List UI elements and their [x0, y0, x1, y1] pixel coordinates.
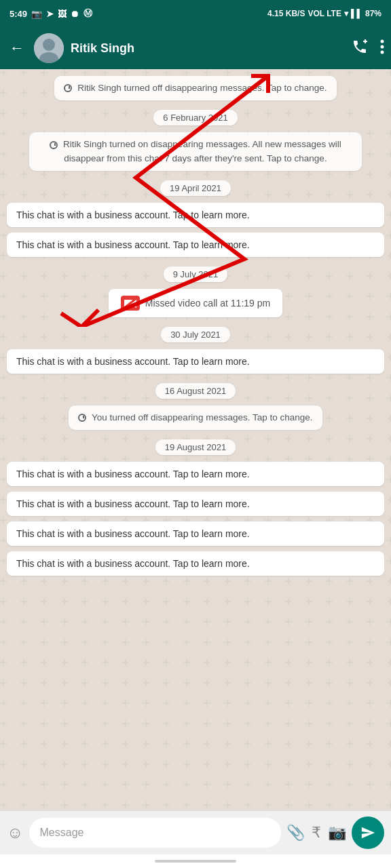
- business-message-text: This chat is with a business account. Ta…: [16, 558, 250, 569]
- bottom-bar: [0, 854, 391, 868]
- wifi-icon: ▾: [344, 9, 348, 18]
- system-message[interactable]: Ritik Singh turned on disappearing messa…: [29, 132, 361, 171]
- svg-point-5: [381, 50, 384, 54]
- status-time: 5:49: [10, 9, 27, 19]
- missed-call-message[interactable]: Missed video call at 11:19 pm: [109, 289, 282, 317]
- disappear-icon: [64, 84, 72, 92]
- date-separator: 19 August 2021: [155, 439, 236, 455]
- bottom-handle: [155, 860, 236, 863]
- chat-header: ← Ritik Singh: [0, 27, 391, 69]
- disappear-icon: [78, 414, 86, 422]
- business-message[interactable]: This chat is with a business account. Ta…: [7, 203, 384, 227]
- business-message[interactable]: This chat is with a business account. Ta…: [7, 521, 384, 546]
- business-message-text: This chat is with a business account. Ta…: [16, 498, 250, 509]
- contact-name: Ritik Singh: [71, 41, 345, 56]
- date-separator: 16 August 2021: [155, 383, 236, 399]
- system-message-text: Ritik Singh turned on disappearing messa…: [63, 139, 341, 163]
- missed-call-icon: [121, 296, 140, 311]
- date-text: 16 August 2021: [165, 386, 226, 396]
- date-text: 9 July 2021: [173, 269, 219, 279]
- business-message-text: This chat is with a business account. Ta…: [16, 356, 250, 367]
- business-message[interactable]: This chat is with a business account. Ta…: [7, 462, 384, 486]
- date-separator: 30 July 2021: [161, 327, 230, 342]
- svg-point-3: [381, 39, 384, 43]
- system-message-text: You turned off disappearing messages. Ta…: [92, 412, 313, 422]
- svg-point-1: [43, 39, 55, 51]
- signal-icon: ▌▌: [351, 9, 362, 18]
- status-bar: 5:49 📷 ➤ 🖼 ⏺ Ⓜ 4.15 KB/S VOL LTE ▾ ▌▌ 87…: [0, 0, 391, 27]
- disappear-icon: [50, 141, 58, 149]
- business-message-text: This chat is with a business account. Ta…: [16, 210, 250, 220]
- business-message-text: This chat is with a business account. Ta…: [16, 528, 250, 539]
- business-message[interactable]: This chat is with a business account. Ta…: [7, 349, 384, 374]
- business-message[interactable]: This chat is with a business account. Ta…: [7, 492, 384, 516]
- menu-button[interactable]: [380, 39, 384, 58]
- header-icons: [352, 39, 384, 58]
- system-message[interactable]: You turned off disappearing messages. Ta…: [69, 406, 322, 430]
- date-text: 19 August 2021: [165, 442, 226, 452]
- message-input[interactable]: [29, 818, 281, 848]
- date-separator: 6 February 2021: [153, 110, 237, 125]
- attach-button[interactable]: 📎: [286, 824, 305, 842]
- date-separator: 9 July 2021: [164, 267, 228, 282]
- battery-indicator: 87%: [365, 9, 381, 18]
- network-indicator: VOL LTE: [308, 9, 341, 18]
- svg-point-4: [381, 45, 384, 48]
- business-message-text: This chat is with a business account. Ta…: [16, 469, 250, 479]
- status-left: 5:49 📷 ➤ 🖼 ⏺ Ⓜ: [10, 7, 92, 20]
- business-message[interactable]: This chat is with a business account. Ta…: [7, 233, 384, 257]
- back-button[interactable]: ←: [7, 37, 27, 60]
- speed-indicator: 4.15 KB/S: [267, 9, 305, 18]
- avatar[interactable]: [34, 33, 64, 63]
- input-action-icons: 📎 ₹ 📷: [286, 824, 346, 842]
- send-button[interactable]: [352, 816, 384, 849]
- chat-area: Ritik Singh turned off disappearing mess…: [0, 69, 391, 810]
- record-status-icon: ⏺: [71, 9, 79, 19]
- telegram-status-icon: ➤: [46, 9, 54, 19]
- business-message-text: This chat is with a business account. Ta…: [16, 239, 250, 250]
- status-right: 4.15 KB/S VOL LTE ▾ ▌▌ 87%: [267, 9, 381, 18]
- gallery-status-icon: 🖼: [58, 9, 67, 19]
- system-message[interactable]: Ritik Singh turned off disappearing mess…: [54, 76, 336, 100]
- contact-info[interactable]: Ritik Singh: [71, 41, 345, 56]
- camera-button[interactable]: 📷: [328, 824, 346, 842]
- input-bar: ☺ 📎 ₹ 📷: [0, 810, 391, 854]
- date-text: 19 April 2021: [170, 183, 221, 193]
- system-message-text: Ritik Singh turned off disappearing mess…: [77, 83, 327, 93]
- emoji-button[interactable]: ☺: [7, 823, 24, 842]
- missed-call-text: Missed video call at 11:19 pm: [145, 298, 270, 309]
- date-separator: 19 April 2021: [160, 180, 231, 196]
- add-call-button[interactable]: [352, 39, 368, 58]
- business-message[interactable]: This chat is with a business account. Ta…: [7, 551, 384, 576]
- date-text: 6 February 2021: [163, 113, 227, 123]
- rupee-button[interactable]: ₹: [312, 824, 321, 842]
- camera-status-icon: 📷: [31, 9, 42, 19]
- date-text: 30 July 2021: [170, 330, 221, 340]
- mail-status-icon: Ⓜ: [83, 7, 92, 20]
